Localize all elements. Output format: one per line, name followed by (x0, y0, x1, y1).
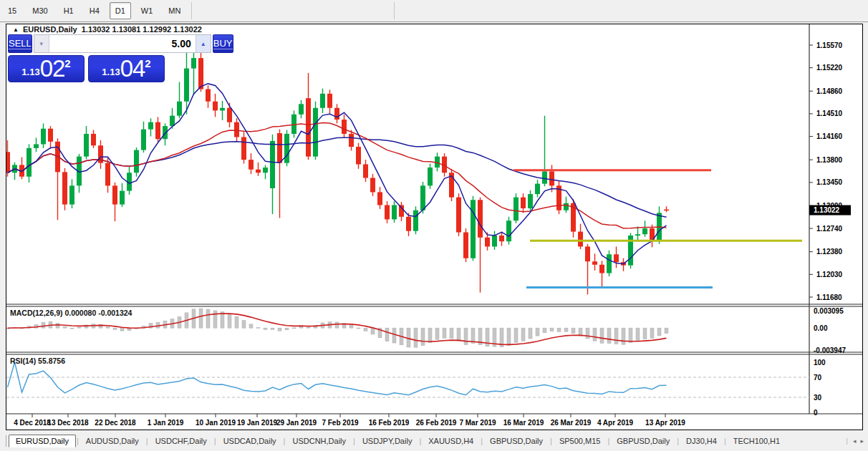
chart-tab-sp500-m15[interactable]: SP500,M15 (553, 435, 607, 447)
chart-tab-bar: EURUSD,Daily|AUDUSD,Daily|USDCHF,Daily|U… (0, 432, 868, 450)
chart-tab-audusd-daily[interactable]: AUDUSD,Daily (79, 435, 145, 447)
chart-window (6, 24, 863, 430)
chart-tab-gbpusd-daily[interactable]: GBPUSD,Daily (483, 435, 549, 447)
chart-tab-eurusd-daily[interactable]: EURUSD,Daily (9, 435, 76, 447)
volume-stepper: ▼ ▲ (34, 34, 211, 53)
chart-title: ▲ EURUSD,Daily 1.13032 1.13081 1.12992 1… (13, 25, 202, 34)
timeframe-button-m30[interactable]: M30 (26, 2, 53, 19)
timeframe-button-h1[interactable]: H1 (58, 2, 79, 19)
buy-price-sup: 2 (145, 57, 150, 69)
sell-price-big: 02 (40, 58, 65, 79)
mt4-terminal: 15M30H1H4D1W1MN 1.155701.152201.148601.1… (0, 0, 868, 451)
chart-symbol-label: EURUSD,Daily (23, 25, 77, 34)
chart-tab-usdchf-daily[interactable]: USDCHF,Daily (149, 435, 213, 447)
buy-price-small: 1.13 (102, 67, 120, 77)
chart-tab-xauusd-h4[interactable]: XAUUSD,H4 (422, 435, 480, 447)
timeframe-button-d1[interactable]: D1 (110, 2, 131, 19)
chart-tab-tech100-h1[interactable]: TECH100,H1 (727, 435, 786, 447)
buy-button[interactable]: BUY (213, 34, 233, 53)
tabbar-grip (0, 435, 6, 447)
sell-button[interactable]: SELL (8, 34, 32, 53)
toolbar-separator (191, 2, 192, 19)
tab-scroll-right-icon[interactable]: ▸ (860, 437, 864, 445)
chart-tab-usdcad-daily[interactable]: USDCAD,Daily (217, 435, 283, 447)
chart-tab-usdjpy-daily[interactable]: USDJPY,Daily (356, 435, 419, 447)
chart-tab-gbpusd-daily[interactable]: GBPUSD,Daily (610, 435, 676, 447)
buy-price-button[interactable]: 1.13 04 2 (88, 55, 165, 82)
toolbar-separator (394, 2, 395, 19)
panel-arrow-icon[interactable]: ▲ (13, 26, 19, 33)
buy-price-big: 04 (120, 58, 145, 79)
timeframe-toolbar: 15M30H1H4D1W1MN (0, 0, 868, 22)
volume-down-button[interactable]: ▼ (34, 35, 49, 52)
tab-separator: | (846, 437, 849, 445)
timeframe-button-h4[interactable]: H4 (84, 2, 105, 19)
tab-scroll-arrows: |◂▸ (846, 437, 868, 445)
chart-tab-dj30-h4[interactable]: DJ30,H4 (680, 435, 723, 447)
sell-price-sup: 2 (64, 57, 70, 69)
timeframe-button-w1[interactable]: W1 (135, 2, 159, 19)
tab-scroll-left-icon[interactable]: ◂ (853, 437, 857, 445)
sell-price-button[interactable]: 1.13 02 2 (8, 55, 85, 82)
chart-ohlc-values: 1.13032 1.13081 1.12992 1.13022 (82, 25, 202, 34)
one-click-trade-panel: SELL ▼ ▲ BUY 1.13 02 2 1.13 04 2 (8, 34, 165, 82)
volume-up-button[interactable]: ▲ (196, 35, 211, 52)
timeframe-button-mn[interactable]: MN (163, 2, 186, 19)
chart-tab-usdcnh-daily[interactable]: USDCNH,Daily (286, 435, 352, 447)
sell-price-small: 1.13 (21, 67, 39, 77)
volume-input[interactable] (49, 35, 196, 52)
timeframe-button-15[interactable]: 15 (2, 2, 22, 19)
